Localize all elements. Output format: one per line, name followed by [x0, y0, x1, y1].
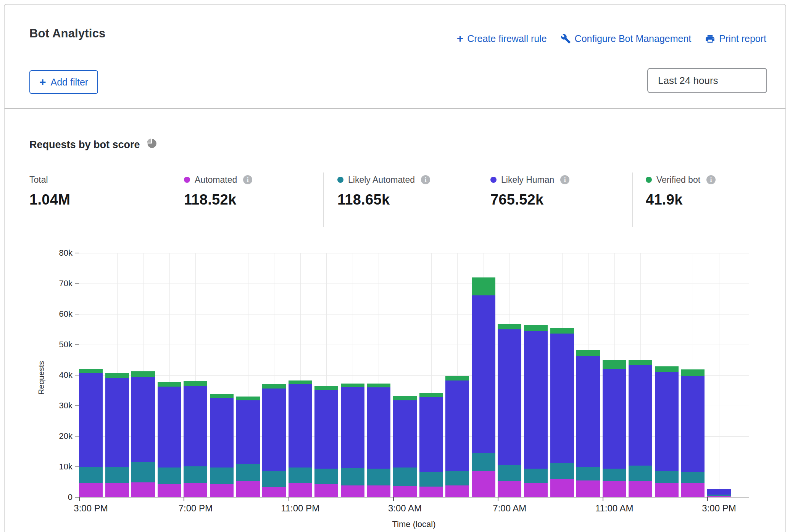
bar-4-00-pm[interactable]: [105, 373, 129, 497]
bar-segment-verified-bot[interactable]: [262, 384, 286, 389]
bar-segment-automated[interactable]: [550, 479, 574, 497]
bar-segment-likely-human[interactable]: [576, 356, 600, 467]
bar-segment-likely-human[interactable]: [158, 387, 181, 468]
bar-segment-likely-human[interactable]: [445, 380, 469, 471]
bar-segment-automated[interactable]: [289, 483, 312, 497]
bar-segment-automated[interactable]: [655, 483, 679, 497]
print-report-link[interactable]: Print report: [705, 33, 766, 44]
bar-segment-likely-human[interactable]: [210, 398, 234, 468]
bar-segment-likely-automated[interactable]: [472, 453, 495, 471]
bar-segment-automated[interactable]: [603, 481, 626, 497]
bar-7-00-pm[interactable]: [184, 381, 207, 497]
bar-segment-verified-bot[interactable]: [314, 386, 338, 390]
create-firewall-rule-link[interactable]: + Create firewall rule: [457, 33, 547, 44]
bar-12-00-pm[interactable]: [629, 360, 652, 497]
bar-segment-likely-automated[interactable]: [550, 463, 574, 479]
bar-segment-likely-human[interactable]: [262, 389, 286, 471]
bar-segment-likely-human[interactable]: [603, 369, 626, 469]
bar-segment-verified-bot[interactable]: [524, 325, 548, 331]
info-icon[interactable]: i: [421, 175, 430, 184]
bar-segment-likely-automated[interactable]: [105, 467, 129, 483]
bar-segment-likely-automated[interactable]: [681, 472, 705, 484]
bar-3-00-am[interactable]: [393, 396, 417, 497]
bar-segment-automated[interactable]: [576, 480, 600, 497]
bar-segment-verified-bot[interactable]: [236, 397, 260, 400]
add-filter-button[interactable]: + Add filter: [29, 70, 98, 94]
bar-segment-likely-automated[interactable]: [158, 468, 181, 484]
bar-segment-likely-automated[interactable]: [655, 471, 679, 483]
bar-8-00-am[interactable]: [524, 325, 548, 497]
bar-segment-verified-bot[interactable]: [393, 396, 417, 400]
bar-segment-automated[interactable]: [707, 496, 731, 497]
bar-segment-verified-bot[interactable]: [576, 350, 600, 356]
info-icon[interactable]: i: [560, 175, 569, 184]
bar-segment-likely-automated[interactable]: [314, 469, 338, 484]
bar-segment-likely-automated[interactable]: [210, 468, 234, 485]
bar-10-00-pm[interactable]: [262, 384, 286, 497]
bar-segment-likely-human[interactable]: [655, 372, 679, 471]
bar-segment-likely-automated[interactable]: [419, 472, 443, 487]
bar-segment-likely-automated[interactable]: [236, 464, 260, 481]
bar-segment-likely-human[interactable]: [498, 329, 521, 465]
info-icon[interactable]: i: [706, 175, 716, 184]
bar-segment-likely-automated[interactable]: [184, 466, 207, 483]
bar-segment-verified-bot[interactable]: [341, 384, 364, 387]
bar-segment-automated[interactable]: [262, 487, 286, 497]
bar-segment-automated[interactable]: [681, 483, 705, 497]
bar-segment-verified-bot[interactable]: [105, 373, 129, 378]
bar-11-00-am[interactable]: [603, 360, 626, 497]
bar-segment-automated[interactable]: [445, 485, 469, 497]
bar-2-00-pm[interactable]: [681, 369, 705, 497]
bar-9-00-am[interactable]: [550, 328, 574, 497]
bar-segment-likely-human[interactable]: [393, 400, 417, 468]
bar-6-00-am[interactable]: [472, 277, 495, 497]
bar-segment-automated[interactable]: [79, 483, 103, 497]
bar-12-00-am[interactable]: [314, 386, 338, 497]
bar-11-00-pm[interactable]: [289, 380, 312, 497]
bar-segment-verified-bot[interactable]: [289, 380, 312, 384]
configure-bot-management-link[interactable]: Configure Bot Management: [561, 33, 692, 44]
bar-4-00-am[interactable]: [419, 393, 443, 497]
bar-segment-automated[interactable]: [498, 481, 521, 497]
bar-segment-likely-automated[interactable]: [576, 467, 600, 480]
bar-6-00-pm[interactable]: [158, 382, 181, 497]
bar-5-00-am[interactable]: [445, 376, 469, 497]
bar-segment-likely-automated[interactable]: [445, 471, 469, 485]
bar-segment-verified-bot[interactable]: [367, 384, 390, 387]
bar-segment-automated[interactable]: [105, 483, 129, 497]
bar-segment-automated[interactable]: [472, 471, 495, 497]
bar-segment-likely-human[interactable]: [341, 387, 364, 468]
bar-segment-likely-human[interactable]: [105, 378, 129, 467]
bar-segment-likely-human[interactable]: [79, 373, 103, 467]
bar-1-00-am[interactable]: [341, 384, 364, 497]
time-range-select[interactable]: Last 24 hours: [647, 68, 767, 93]
bar-1-00-pm[interactable]: [655, 366, 679, 497]
bar-8-00-pm[interactable]: [210, 394, 234, 497]
bar-segment-automated[interactable]: [131, 482, 155, 497]
bar-segment-verified-bot[interactable]: [79, 369, 103, 373]
bar-segment-likely-human[interactable]: [184, 386, 207, 466]
bar-segment-likely-human[interactable]: [289, 384, 312, 468]
bar-segment-likely-automated[interactable]: [289, 468, 312, 484]
bar-segment-likely-automated[interactable]: [341, 468, 364, 485]
bar-9-00-pm[interactable]: [236, 397, 260, 497]
bar-segment-automated[interactable]: [158, 484, 181, 497]
bar-segment-verified-bot[interactable]: [655, 366, 679, 372]
bar-segment-likely-automated[interactable]: [498, 465, 521, 481]
bar-segment-verified-bot[interactable]: [131, 371, 155, 377]
bar-5-00-pm[interactable]: [131, 371, 155, 497]
bar-segment-likely-human[interactable]: [236, 400, 260, 464]
bar-segment-likely-automated[interactable]: [79, 467, 103, 483]
bar-segment-likely-human[interactable]: [707, 489, 731, 495]
bar-segment-likely-human[interactable]: [314, 390, 338, 469]
bar-segment-likely-human[interactable]: [367, 387, 390, 469]
bar-segment-verified-bot[interactable]: [419, 393, 443, 397]
info-icon[interactable]: i: [243, 175, 252, 184]
bar-segment-likely-human[interactable]: [472, 295, 495, 453]
bar-10-00-am[interactable]: [576, 350, 600, 497]
bar-segment-likely-automated[interactable]: [629, 466, 652, 481]
bar-segment-verified-bot[interactable]: [629, 360, 652, 365]
bar-segment-likely-human[interactable]: [681, 376, 705, 472]
bar-segment-verified-bot[interactable]: [158, 382, 181, 387]
bar-segment-automated[interactable]: [184, 483, 207, 497]
